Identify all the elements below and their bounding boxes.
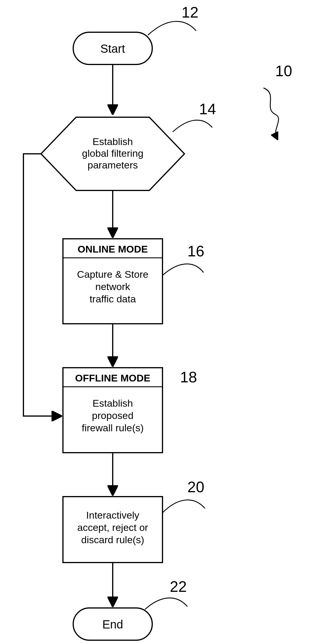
end-node: End [73, 608, 152, 640]
callout-line-22 [145, 598, 187, 609]
params-node: Establish global filtering parameters [41, 117, 184, 190]
flowchart: Start 12 Establish global filtering para… [0, 0, 320, 644]
ref-18: 18 [180, 369, 197, 386]
offline-line1: Establish [93, 398, 133, 409]
online-node: ONLINE MODE Capture & Store network traf… [63, 239, 162, 324]
offline-header: OFFLINE MODE [75, 372, 150, 384]
online-line3: traffic data [90, 293, 136, 304]
ref-12: 12 [182, 4, 198, 21]
params-line2: global filtering [82, 148, 143, 159]
callout-line-20 [162, 500, 205, 513]
review-line2: accept, reject or [77, 522, 148, 533]
callout-line-16 [162, 264, 203, 275]
offline-line3: firewall rule(s) [82, 422, 144, 433]
callout-line-12 [148, 21, 196, 35]
online-header: ONLINE MODE [78, 243, 148, 255]
end-label: End [102, 618, 123, 631]
offline-node: OFFLINE MODE Establish proposed firewall… [63, 368, 162, 453]
start-label: Start [100, 42, 125, 55]
start-node: Start [73, 32, 152, 64]
review-node: Interactively accept, reject or discard … [63, 497, 162, 563]
online-line2: network [95, 281, 130, 292]
ref-20: 20 [187, 478, 204, 495]
params-line1: Establish [93, 136, 133, 147]
callout-line-14 [173, 120, 212, 132]
loop-params-to-offline [23, 154, 59, 416]
online-line1: Capture & Store [77, 269, 148, 280]
ref-10: 10 [275, 62, 292, 79]
review-line3: discard rule(s) [81, 534, 144, 545]
ref-22: 22 [170, 578, 187, 595]
params-line3: parameters [88, 159, 138, 171]
offline-line2: proposed [92, 410, 134, 421]
review-line1: Interactively [86, 510, 139, 521]
ref-16: 16 [187, 243, 204, 260]
ref-14: 14 [199, 100, 216, 117]
squiggle-10 [263, 88, 278, 138]
